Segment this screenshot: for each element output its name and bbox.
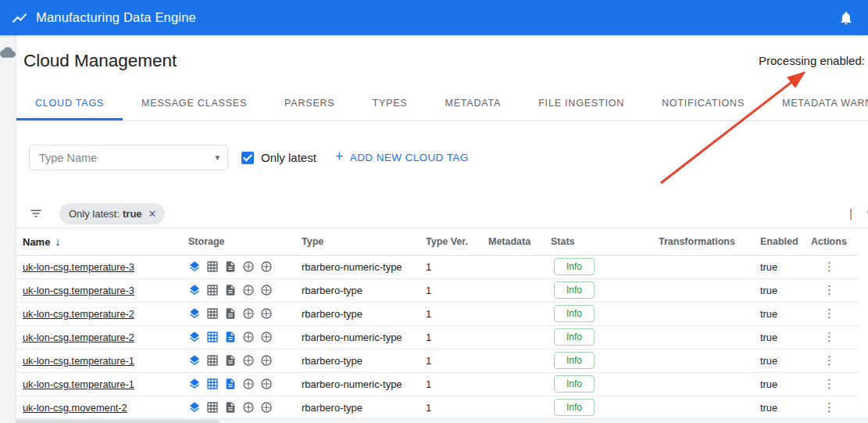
main-content: Cloud Management Processing enabled: CLO… xyxy=(16,35,868,423)
cloud-tag-name-link[interactable]: uk-lon-csg.temperature-3 xyxy=(23,285,134,296)
type-version-cell: 1 xyxy=(426,255,488,278)
storage-document-icon xyxy=(224,331,237,343)
row-actions-menu-icon[interactable]: ⋮ xyxy=(811,260,835,274)
cloud-tag-name-link[interactable]: uk-lon-csg.temperature-2 xyxy=(23,332,134,343)
storage-wheel-icon xyxy=(242,331,255,343)
metadata-cell xyxy=(488,278,551,302)
processing-enabled-label: Processing enabled: xyxy=(759,54,865,67)
chip-close-icon[interactable]: ✕ xyxy=(148,208,157,220)
horizontal-scrollbar[interactable] xyxy=(16,418,868,423)
chip-value: true xyxy=(123,208,142,220)
storage-document-icon xyxy=(224,378,237,390)
page-header: Cloud Management Processing enabled: xyxy=(16,35,868,86)
storage-wheel-icon xyxy=(242,354,255,367)
info-button[interactable]: Info xyxy=(554,375,595,393)
row-actions-menu-icon[interactable]: ⋮ xyxy=(811,330,835,344)
cloud-tag-name-link[interactable]: uk-lon-csg.temperature-2 xyxy=(23,308,134,320)
tab-cloud-tags[interactable]: CLOUD TAGS xyxy=(16,86,123,120)
column-header-storage: Storage xyxy=(188,228,302,255)
info-button[interactable]: Info xyxy=(554,258,595,275)
table-toolbar: Only latest: true ✕ | xyxy=(16,199,868,228)
filter-controls: Type Name ▾ Only latest + ADD NEW CLOUD … xyxy=(16,121,868,199)
storage-layers-icon xyxy=(188,307,201,320)
storage-wheel-icon xyxy=(260,307,273,320)
notifications-bell-icon[interactable] xyxy=(838,10,854,26)
row-actions-menu-icon[interactable]: ⋮ xyxy=(811,306,835,321)
storage-wheel-icon xyxy=(242,284,255,296)
metadata-cell xyxy=(488,372,551,396)
column-header-name[interactable]: Name xyxy=(23,236,50,248)
type-name-select[interactable]: Type Name ▾ xyxy=(29,145,228,170)
enabled-cell: true xyxy=(760,255,811,278)
cloud-tag-name-link[interactable]: uk-lon-csg.movement-2 xyxy=(23,402,127,414)
table-row: uk-lon-csg.temperature-1 rbarbero-type 1… xyxy=(16,349,859,372)
table-row: uk-lon-csg.temperature-1 rbarbero-numeri… xyxy=(16,372,859,396)
storage-icons xyxy=(188,260,273,273)
info-button[interactable]: Info xyxy=(554,328,595,346)
type-version-cell: 1 xyxy=(426,372,488,396)
storage-layers-icon xyxy=(188,378,201,390)
cloud-tag-name-link[interactable]: uk-lon-csg.temperature-1 xyxy=(23,378,134,390)
info-button[interactable]: Info xyxy=(554,352,595,369)
info-button[interactable]: Info xyxy=(554,281,595,299)
table-row: uk-lon-csg.temperature-3 rbarbero-numeri… xyxy=(16,255,859,278)
storage-document-icon xyxy=(224,354,237,367)
metadata-cell xyxy=(488,302,551,325)
column-header-type-ver: Type Ver. xyxy=(426,228,488,255)
row-actions-menu-icon[interactable]: ⋮ xyxy=(811,377,835,391)
table-header-row: Name↓ Storage Type Type Ver. Metadata St… xyxy=(16,228,859,255)
table-row: uk-lon-csg.movement-2 rbarbero-type 1 In… xyxy=(16,396,859,419)
storage-layers-icon xyxy=(188,354,201,367)
transformations-cell xyxy=(659,325,760,349)
info-button[interactable]: Info xyxy=(554,305,595,322)
row-actions-menu-icon[interactable]: ⋮ xyxy=(811,400,835,414)
enabled-cell: true xyxy=(760,278,811,302)
tab-types[interactable]: TYPES xyxy=(354,86,427,120)
type-cell: rbarbero-type xyxy=(302,349,426,372)
chevron-down-icon: ▾ xyxy=(215,152,220,163)
storage-wheel-icon xyxy=(242,260,255,273)
storage-icons xyxy=(188,401,273,414)
type-version-cell: 1 xyxy=(426,396,488,419)
tab-metadata-warnings[interactable]: METADATA WARNINGS xyxy=(763,86,868,120)
info-button[interactable]: Info xyxy=(554,399,595,416)
tab-notifications[interactable]: NOTIFICATIONS xyxy=(643,86,763,120)
column-header-stats: Stats xyxy=(551,228,659,255)
only-latest-label: Only latest xyxy=(261,151,316,164)
tab-file-ingestion[interactable]: FILE INGESTION xyxy=(520,86,643,120)
storage-layers-icon xyxy=(188,401,201,414)
table-row: uk-lon-csg.temperature-3 rbarbero-type 1… xyxy=(16,278,859,302)
cloud-management-app: Manufacturing Data Engine Cloud Manageme… xyxy=(0,0,868,423)
cloud-tag-name-link[interactable]: uk-lon-csg.temperature-3 xyxy=(23,261,134,273)
table-row: uk-lon-csg.temperature-2 rbarbero-type 1… xyxy=(16,302,859,325)
type-version-cell: 1 xyxy=(426,278,488,302)
column-header-type: Type xyxy=(302,228,426,255)
add-new-cloud-tag-button[interactable]: + ADD NEW CLOUD TAG xyxy=(335,145,469,170)
storage-document-icon xyxy=(224,401,237,414)
transformations-cell xyxy=(659,302,760,325)
only-latest-control[interactable]: Only latest xyxy=(241,145,316,170)
type-version-cell: 1 xyxy=(426,325,488,349)
horizontal-scrollbar-thumb[interactable] xyxy=(16,420,220,423)
tab-metadata[interactable]: METADATA xyxy=(427,86,520,120)
storage-layers-icon xyxy=(188,260,201,273)
app-bar: Manufacturing Data Engine xyxy=(0,0,868,35)
cloud-nav-icon[interactable] xyxy=(0,45,16,60)
storage-icons xyxy=(188,354,273,367)
storage-icons xyxy=(188,331,273,343)
cloud-tag-name-link[interactable]: uk-lon-csg.temperature-1 xyxy=(23,355,134,367)
enabled-cell: true xyxy=(760,396,811,419)
enabled-cell: true xyxy=(760,372,811,396)
storage-document-icon xyxy=(224,260,237,273)
tab-parsers[interactable]: PARSERS xyxy=(266,86,353,120)
type-cell: rbarbero-type xyxy=(302,278,426,302)
filter-list-icon[interactable] xyxy=(29,206,43,220)
storage-wheel-icon xyxy=(242,378,255,390)
only-latest-checkbox[interactable] xyxy=(241,152,254,164)
row-actions-menu-icon[interactable]: ⋮ xyxy=(811,283,835,297)
metadata-cell xyxy=(488,255,551,278)
filter-chip-only-latest[interactable]: Only latest: true ✕ xyxy=(59,203,165,224)
row-actions-menu-icon[interactable]: ⋮ xyxy=(811,353,835,367)
sort-descending-icon[interactable]: ↓ xyxy=(55,235,60,248)
tab-message-classes[interactable]: MESSAGE CLASSES xyxy=(123,86,266,120)
